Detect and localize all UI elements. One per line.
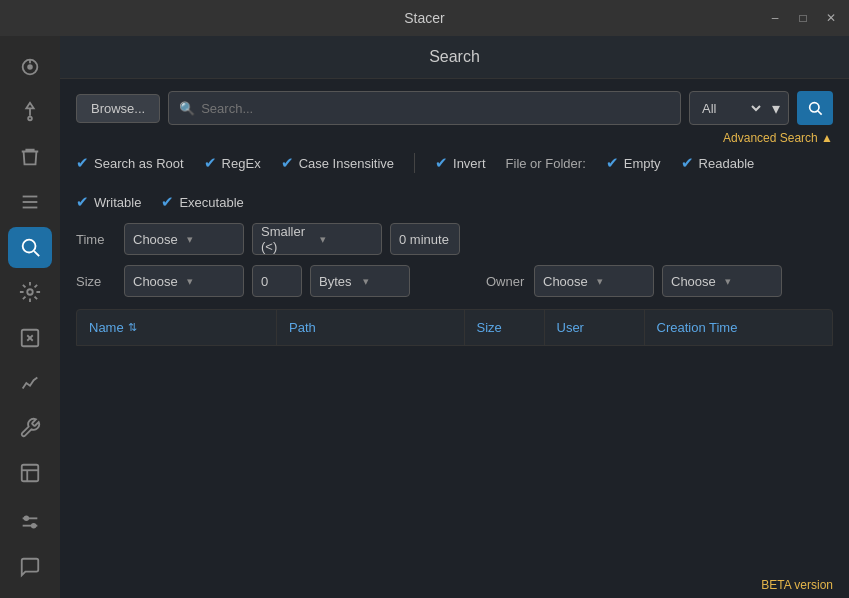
advanced-link-row: Advanced Search ▲ [76,131,833,145]
app-layout: Search Browse... 🔍 All Files Folders ▾ [0,36,849,598]
time-filter-row: Time Choose ▾ Smaller (<) ▾ [76,223,833,255]
svg-rect-13 [22,465,39,482]
search-as-root-check-icon: ✔ [76,154,89,172]
app-title: Stacer [404,10,444,26]
time-smaller-select[interactable]: Smaller (<) ▾ [252,223,382,255]
owner-choose-arrow-icon-2: ▾ [725,275,773,288]
svg-point-18 [25,517,29,521]
sidebar-item-dashboard[interactable] [8,46,52,87]
readable-label: Readable [699,156,755,171]
empty-option[interactable]: ✔ Empty [606,154,661,172]
executable-label: Executable [179,195,243,210]
sidebar-item-cleaner[interactable] [8,136,52,177]
sidebar-item-tools[interactable] [8,407,52,448]
search-input[interactable] [201,92,670,124]
time-label: Time [76,232,116,247]
svg-point-20 [810,103,819,112]
time-smaller-value: Smaller (<) [261,224,314,254]
size-filter-row: Size Choose ▾ Bytes ▾ [76,265,410,297]
case-insensitive-option[interactable]: ✔ Case Insensitive [281,154,394,172]
size-value-input[interactable] [252,265,302,297]
executable-check-icon: ✔ [161,193,174,211]
bytes-arrow-icon: ▾ [363,275,401,288]
beta-version-row: BETA version [60,572,849,598]
sidebar-item-settings[interactable] [8,502,52,543]
search-panel: Browse... 🔍 All Files Folders ▾ [60,79,849,309]
bytes-value: Bytes [319,274,357,289]
type-select-wrap[interactable]: All Files Folders ▾ [689,91,789,125]
regex-option[interactable]: ✔ RegEx [204,154,261,172]
sidebar-item-services[interactable] [8,182,52,223]
titlebar: Stacer – □ ✕ [0,0,849,36]
table-header: Name ⇅ Path Size User Creation Time [76,309,833,346]
empty-check-icon: ✔ [606,154,619,172]
case-insensitive-check-icon: ✔ [281,154,294,172]
owner-choose-arrow-icon-1: ▾ [597,275,645,288]
time-choose-select[interactable]: Choose ▾ [124,223,244,255]
time-value-input[interactable] [390,223,460,255]
type-select[interactable]: All Files Folders [698,100,764,117]
sidebar-item-apt[interactable] [8,453,52,494]
table-col-size[interactable]: Size [465,310,545,345]
size-owner-row: Size Choose ▾ Bytes ▾ Owner Choose [76,265,833,297]
writable-option[interactable]: ✔ Writable [76,193,141,211]
search-go-button[interactable] [797,91,833,125]
browse-button[interactable]: Browse... [76,94,160,123]
search-input-wrap: 🔍 [168,91,681,125]
file-or-folder-label: File or Folder: [506,156,586,171]
options-row: ✔ Search as Root ✔ RegEx ✔ Case Insensit… [76,153,833,211]
sidebar-item-search[interactable] [8,227,52,268]
advanced-search-link[interactable]: Advanced Search ▲ [723,131,833,145]
size-choose-value: Choose [133,274,181,289]
maximize-button[interactable]: □ [793,8,813,28]
table-col-creation-time[interactable]: Creation Time [645,310,833,345]
size-choose-arrow-icon: ▾ [187,275,235,288]
dropdown-arrow-icon: ▾ [772,99,780,118]
case-insensitive-label: Case Insensitive [299,156,394,171]
owner-choose-select-2[interactable]: Choose ▾ [662,265,782,297]
invert-label: Invert [453,156,486,171]
empty-label: Empty [624,156,661,171]
main-content: Search Browse... 🔍 All Files Folders ▾ [60,36,849,598]
window-controls: – □ ✕ [765,8,841,28]
size-label: Size [76,274,116,289]
owner-choose-value-1: Choose [543,274,591,289]
minimize-button[interactable]: – [765,8,785,28]
sidebar-item-uninstaller[interactable] [8,317,52,358]
table-col-name[interactable]: Name ⇅ [77,310,277,345]
svg-point-7 [23,240,36,253]
close-button[interactable]: ✕ [821,8,841,28]
owner-choose-select-1[interactable]: Choose ▾ [534,265,654,297]
sidebar [0,36,60,598]
search-as-root-option[interactable]: ✔ Search as Root [76,154,184,172]
table-col-creation-time-label: Creation Time [657,320,738,335]
sidebar-item-resources[interactable] [8,362,52,403]
executable-option[interactable]: ✔ Executable [161,193,243,211]
sidebar-item-processes[interactable] [8,272,52,313]
table-col-name-label: Name [89,320,124,335]
regex-check-icon: ✔ [204,154,217,172]
bytes-select[interactable]: Bytes ▾ [310,265,410,297]
regex-label: RegEx [222,156,261,171]
table-col-path-label: Path [289,320,316,335]
invert-option[interactable]: ✔ Invert [435,154,486,172]
svg-point-1 [27,64,33,70]
table-col-size-label: Size [477,320,502,335]
svg-point-19 [32,524,36,528]
owner-filter-row: Owner Choose ▾ Choose ▾ [486,265,782,297]
size-choose-select[interactable]: Choose ▾ [124,265,244,297]
page-title: Search [429,48,480,65]
search-bar-row: Browse... 🔍 All Files Folders ▾ [76,91,833,125]
readable-option[interactable]: ✔ Readable [681,154,755,172]
time-smaller-arrow-icon: ▾ [320,233,373,246]
svg-point-3 [28,116,32,120]
sidebar-item-terminal[interactable] [8,547,52,588]
sort-icon: ⇅ [128,321,137,334]
svg-line-8 [34,251,39,256]
writable-check-icon: ✔ [76,193,89,211]
table-col-path[interactable]: Path [277,310,465,345]
table-col-user[interactable]: User [545,310,645,345]
sidebar-item-startup[interactable] [8,91,52,132]
table-col-user-label: User [557,320,584,335]
search-icon: 🔍 [179,101,195,116]
